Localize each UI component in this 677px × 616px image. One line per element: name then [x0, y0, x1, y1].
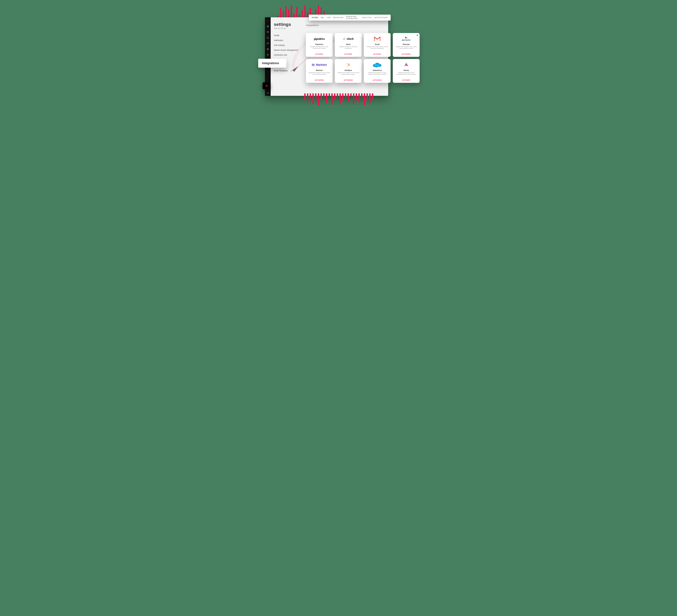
card-gmail[interactable]: Gmail Integrate with Gmail to share cont…	[364, 33, 391, 57]
card-title: Salesforce	[373, 69, 382, 71]
svg-rect-22	[312, 64, 313, 66]
svg-rect-19	[417, 35, 417, 36]
settings-sidebar: settings step up, set up! Profile Notifi…	[271, 17, 304, 96]
slack-logo: slack	[343, 36, 354, 42]
search-icon[interactable]	[267, 19, 269, 22]
svg-text:salesforce: salesforce	[374, 64, 380, 66]
sidebar-item-distribution[interactable]: Distribution lists	[274, 52, 303, 57]
card-title: Marketo	[316, 69, 323, 71]
card-title: Gmail	[375, 43, 380, 45]
card-title: HubSpot	[345, 69, 352, 71]
filter-option-notifications[interactable]: NOTIFICATIONS	[374, 17, 388, 18]
svg-rect-18	[417, 35, 417, 35]
card-description: Integrate with Klenty to sync personaliz…	[395, 72, 418, 76]
svg-rect-20	[405, 37, 406, 38]
sidebar-item-stream-access[interactable]: Stream Access Management	[274, 48, 303, 52]
target-icon[interactable]	[267, 48, 269, 50]
activate-button[interactable]: ACTIVATE	[373, 53, 381, 55]
integrations-chip: Integrations	[258, 59, 286, 68]
activated-button[interactable]: ACTIVATED	[402, 53, 411, 55]
card-description: Integrate with Pipedrive to sync events …	[308, 46, 331, 49]
filter-option-all[interactable]: ALL	[321, 17, 324, 18]
filter-option-analytics[interactable]: ANALYTICS	[362, 17, 372, 18]
chat-icon[interactable]	[267, 42, 269, 45]
activated-button[interactable]: ACTIVATED	[315, 79, 324, 81]
card-description: Integrate with netsuite to sync events a…	[395, 46, 418, 49]
section-title: integrations	[306, 24, 385, 28]
stage: FILTER: ALL CRM MESSAGING MARKETING AUTO…	[246, 0, 431, 122]
card-pipedrive[interactable]: pipedrive Pipedrive Integrate with Piped…	[306, 33, 333, 57]
svg-rect-21	[406, 37, 407, 39]
filter-label: FILTER:	[312, 17, 318, 18]
svg-rect-14	[343, 38, 344, 39]
page-subtitle: step up, set up!	[274, 27, 303, 29]
card-description: Integrate with Marketo to sync events ac…	[308, 72, 331, 76]
sliders-icon	[265, 84, 268, 87]
card-hubspot[interactable]: HubSpot Integrate with HubSpot to sync e…	[335, 59, 362, 83]
card-description: Integrate with HubSpot to sync events ac…	[336, 72, 360, 76]
svg-rect-16	[345, 39, 346, 40]
svg-point-3	[268, 49, 268, 50]
sidebar-item-notification[interactable]: Notification	[274, 38, 303, 43]
netsuite-logo: NETSUITE	[402, 36, 410, 42]
svg-line-30	[347, 64, 348, 64]
filter-bar: FILTER: ALL CRM MESSAGING MARKETING AUTO…	[309, 15, 391, 20]
card-description: Integrate with Gmail to share content fr…	[365, 46, 389, 49]
filter-option-crm[interactable]: CRM	[327, 17, 330, 18]
nav-rail	[265, 17, 271, 96]
svg-rect-15	[344, 39, 344, 40]
activate-button[interactable]: ACTIVATE	[402, 79, 410, 81]
filter-option-marketing-automation[interactable]: MARKETING AUTOMATION	[346, 16, 360, 19]
warning-icon	[416, 34, 418, 37]
card-marketo[interactable]: Marketo Marketo Integrate with Marketo t…	[306, 59, 333, 83]
salesforce-logo: salesforce	[372, 62, 382, 68]
svg-rect-24	[314, 64, 315, 66]
svg-rect-23	[313, 63, 313, 66]
card-slack[interactable]: slack Slack Integrate with slack to send…	[335, 33, 362, 57]
card-title: Pipedrive	[315, 43, 323, 45]
svg-point-26	[349, 65, 349, 65]
book-icon[interactable]	[267, 25, 269, 28]
svg-line-1	[268, 21, 269, 21]
sidebar-item-profile[interactable]: Profile	[274, 33, 303, 38]
activated-button[interactable]: ACTIVATED	[373, 79, 382, 81]
card-description: Integrate with Salesforce to sync events…	[365, 72, 389, 76]
svg-rect-13	[345, 38, 345, 39]
svg-marker-38	[406, 63, 408, 66]
card-netsuite[interactable]: NETSUITE Netsuite Integrate with netsuit…	[393, 33, 420, 57]
svg-marker-39	[404, 63, 406, 66]
gmail-logo	[374, 36, 380, 42]
activate-button[interactable]: ACTIVATE	[344, 53, 352, 55]
rail-active-settings[interactable]	[263, 82, 271, 89]
klenty-logo	[404, 62, 408, 68]
integrations-grid: pipedrive Pipedrive Integrate with Piped…	[306, 33, 420, 83]
activated-button[interactable]: ACTIVATED	[344, 79, 353, 81]
filter-icon[interactable]	[267, 54, 269, 56]
share-icon[interactable]	[267, 37, 269, 39]
marketo-logo: Marketo	[312, 62, 327, 68]
page-title: settings	[274, 22, 303, 27]
sidebar-item-email-templates[interactable]: Email Templates	[274, 68, 303, 73]
card-salesforce[interactable]: salesforce Salesforce Integrate with Sal…	[364, 59, 391, 83]
card-description: Integrate with slack to send user notifi…	[336, 46, 360, 49]
card-title: Slack	[346, 43, 351, 45]
svg-line-32	[348, 65, 348, 66]
sidebar-item-hub-settings[interactable]: Hub Settings	[274, 43, 303, 48]
card-klenty[interactable]: Klenty Integrate with Klenty to sync per…	[393, 59, 420, 83]
filter-option-messaging[interactable]: MESSAGING	[333, 17, 344, 18]
layer-icon[interactable]	[267, 31, 269, 33]
activate-button[interactable]: ACTIVATE	[315, 53, 323, 55]
hubspot-logo	[346, 62, 350, 68]
headset-icon[interactable]	[267, 92, 269, 94]
card-title: Netsuite	[403, 43, 410, 45]
pipedrive-logo: pipedrive	[314, 36, 325, 42]
card-title: Klenty	[404, 69, 409, 71]
svg-point-0	[267, 20, 268, 21]
svg-point-2	[267, 48, 269, 50]
